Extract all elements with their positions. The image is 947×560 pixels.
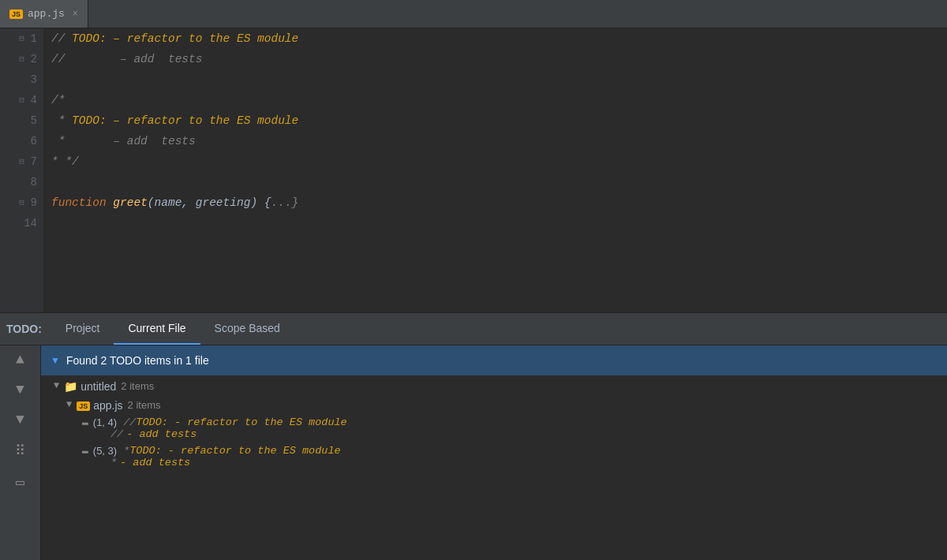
code-line-9: function greet(name, greeting) {...}	[51, 192, 947, 213]
folder-count: 2 items	[121, 380, 154, 392]
item1-text1: TODO: - refactor to the ES module	[136, 416, 346, 428]
root-toggle[interactable]: ▼	[51, 355, 60, 366]
code-line-7: * */	[51, 151, 947, 172]
todo-item-1[interactable]: ▬ (1, 4) // TODO: - refactor to the ES m…	[41, 414, 947, 442]
tab-current-file[interactable]: Current File	[114, 313, 200, 345]
tab-project[interactable]: Project	[51, 313, 114, 345]
gutter-line-5: 5	[0, 110, 37, 131]
todo-sidebar: ▲ ▼ ▼ ⠿ ▭	[0, 345, 41, 560]
code-line-4: /*	[51, 90, 947, 110]
file-chevron[interactable]: ▼	[66, 399, 72, 410]
line-gutter: ⊟1 ⊟2 3 ⊟4 5 6 ⊟7 8 ⊟9 14	[0, 28, 43, 312]
gutter-line-2: ⊟2	[0, 49, 37, 69]
folder-icon: 📁	[64, 380, 77, 394]
gutter-line-1: ⊟1	[0, 28, 37, 49]
code-line-1: // TODO: – refactor to the ES module	[51, 28, 947, 49]
gutter-line-6: 6	[0, 131, 37, 151]
grid-icon[interactable]: ⠿	[15, 442, 25, 459]
gutter-line-3: 3	[0, 69, 37, 90]
todo-panel: TODO: Project Current File Scope Based ▲…	[0, 312, 947, 560]
item2-comment2: *	[110, 457, 117, 469]
gutter-line-8: 8	[0, 172, 37, 192]
scroll-up-icon[interactable]: ▲	[16, 352, 24, 368]
item1-text2: - add tests	[126, 428, 197, 440]
gutter-line-9: ⊟9	[0, 192, 37, 213]
gutter-line-7: ⊟7	[0, 151, 37, 172]
file-name: app.js	[93, 399, 122, 412]
item1-icon: ▬	[82, 416, 88, 428]
folder-chevron[interactable]: ▼	[54, 380, 59, 391]
code-line-2: // – add tests	[51, 49, 947, 69]
item2-text1: TODO: - refactor to the ES module	[129, 445, 340, 457]
todo-tree: ▼ Found 2 TODO items in 1 file ▼ 📁 untit…	[41, 345, 947, 560]
todo-panel-label: TODO:	[6, 323, 51, 335]
file-row: ▼ JS app.js 2 items	[41, 396, 947, 414]
layout-icon[interactable]: ▭	[16, 473, 24, 491]
item2-text2: - add tests	[120, 457, 190, 469]
tree-header-text: Found 2 TODO items in 1 file	[66, 354, 209, 367]
file-tab[interactable]: JS app.js ×	[0, 0, 88, 28]
item2-subline: * - add tests	[82, 457, 190, 469]
item1-comment1: //	[123, 416, 136, 428]
fold-icon-4[interactable]: ⊟	[17, 90, 28, 110]
item1-subline: // - add tests	[82, 428, 197, 440]
code-line-6: * – add tests	[51, 131, 947, 151]
code-line-3	[51, 69, 947, 90]
todo-content: ▲ ▼ ▼ ⠿ ▭ ▼ Found 2 TODO items in 1 file…	[0, 345, 947, 560]
gutter-line-4: ⊟4	[0, 90, 37, 110]
filter-icon[interactable]: ▼	[16, 412, 24, 427]
folder-name: untitled	[80, 380, 116, 393]
close-tab-button[interactable]: ×	[73, 9, 78, 20]
fold-icon-9[interactable]: ⊟	[17, 192, 28, 213]
tree-header: ▼ Found 2 TODO items in 1 file	[41, 345, 947, 375]
folder-row: ▼ 📁 untitled 2 items	[41, 375, 947, 396]
tab-filename: app.js	[28, 8, 65, 20]
item1-comment2: //	[110, 428, 123, 440]
fold-icon-1[interactable]: ⊟	[17, 28, 28, 49]
tab-bar: JS app.js ×	[0, 0, 947, 28]
file-count: 2 items	[128, 399, 161, 411]
fold-icon-7[interactable]: ⊟	[17, 151, 28, 172]
fold-icon-2[interactable]: ⊟	[17, 49, 28, 69]
code-line-14	[51, 213, 947, 233]
todo-item-2[interactable]: ▬ (5, 3) * TODO: - refactor to the ES mo…	[41, 442, 947, 471]
code-line-5: * TODO: – refactor to the ES module	[51, 110, 947, 131]
todo-tabs: TODO: Project Current File Scope Based	[0, 312, 947, 345]
tab-scope-based[interactable]: Scope Based	[200, 313, 294, 345]
editor-area: ⊟1 ⊟2 3 ⊟4 5 6 ⊟7 8 ⊟9 14 // TODO: –	[0, 28, 947, 312]
item2-comment1: *	[123, 445, 129, 457]
item1-loc: (1, 4)	[93, 416, 117, 428]
scroll-down-icon[interactable]: ▼	[16, 382, 24, 398]
code-content: // TODO: – refactor to the ES module // …	[43, 28, 947, 312]
code-line-8	[51, 172, 947, 192]
file-js-badge: JS	[77, 401, 90, 411]
gutter-line-14: 14	[0, 213, 37, 233]
js-icon: JS	[9, 9, 23, 19]
item2-loc: (5, 3)	[93, 445, 117, 457]
item2-icon: ▬	[82, 445, 88, 457]
